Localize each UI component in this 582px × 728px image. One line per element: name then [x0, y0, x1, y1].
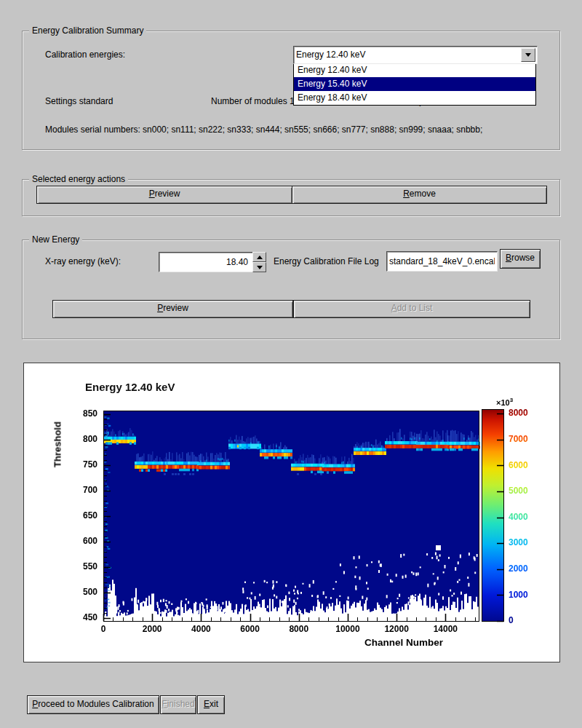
proceed-to-modules-calibration-button[interactable]: Proceed to Modules Calibration — [27, 695, 159, 714]
xray-energy-spinbox[interactable]: 18.40 — [159, 252, 253, 272]
remove-button[interactable]: Remove — [292, 186, 547, 204]
browse-button[interactable]: Browse — [500, 249, 541, 269]
dropdown-option-energy-15-40[interactable]: Energy 15.40 keV — [294, 77, 535, 91]
xray-energy-label: X-ray energy (keV): — [45, 256, 121, 266]
combobox-selected-value: Energy 12.40 keV — [296, 47, 535, 63]
plot-x-axis-label: Channel Number — [364, 637, 443, 648]
energy-calibration-window: { "summary_group": { "title": "Energy Ca… — [0, 0, 582, 728]
file-log-label: Energy Calibration File Log — [274, 256, 379, 266]
chevron-down-icon — [525, 53, 531, 57]
new-energy-group-title: New Energy — [29, 234, 82, 245]
settings-standard-label: Settings standard — [45, 96, 113, 106]
actions-group-title: Selected energy actions — [29, 174, 128, 184]
arrow-up-icon — [257, 256, 263, 259]
calibration-plot-panel: Energy 12.40 keV Threshold Channel Numbe… — [23, 363, 560, 662]
spinbox-buttons — [252, 252, 266, 272]
combobox-dropdown-list: Energy 12.40 keV Energy 15.40 keV Energy… — [293, 63, 536, 106]
plot-title: Energy 12.40 keV — [85, 381, 175, 393]
preview-selected-button[interactable]: Preview — [36, 186, 292, 204]
finished-button[interactable]: Finished — [160, 695, 196, 714]
arrow-down-icon — [257, 266, 263, 269]
xray-energy-value: 18.40 — [162, 253, 248, 271]
number-of-modules-label: Number of modules 12 — [211, 96, 299, 106]
modules-serial-numbers: Modules serial numbers: sn000; sn111; sn… — [45, 124, 482, 135]
preview-new-button[interactable]: Preview — [52, 300, 293, 318]
calibration-energies-combobox[interactable]: Energy 12.40 keV — [293, 46, 538, 64]
dropdown-option-energy-18-40[interactable]: Energy 18.40 keV — [294, 91, 535, 105]
plot-y-axis-label: Threshold — [52, 404, 63, 486]
file-log-input[interactable]: standard_18_4keV_0.encal — [386, 251, 498, 272]
spin-up-button[interactable] — [252, 252, 266, 262]
add-to-list-button[interactable]: Add to List — [293, 300, 530, 318]
calibration-energies-label: Calibration energies: — [45, 50, 125, 60]
file-log-value: standard_18_4keV_0.encal — [389, 253, 495, 270]
summary-group-title: Energy Calibration Summary — [29, 25, 146, 36]
dropdown-option-energy-12-40[interactable]: Energy 12.40 keV — [294, 63, 535, 77]
calibration-heatmap — [24, 363, 559, 662]
exit-button[interactable]: Exit — [197, 695, 225, 714]
combobox-dropdown-button[interactable] — [521, 48, 535, 62]
colorbar-scale-exponent: ×103 — [496, 397, 513, 407]
spin-down-button[interactable] — [252, 262, 266, 272]
